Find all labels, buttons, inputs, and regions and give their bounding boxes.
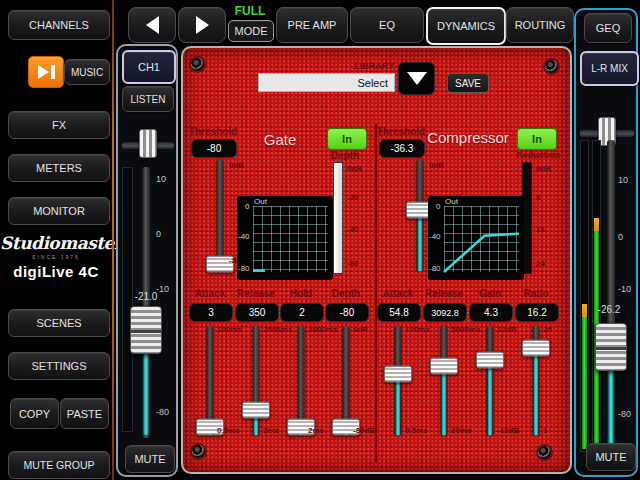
scenes-button[interactable]: SCENES — [8, 309, 110, 337]
slider-fill — [418, 210, 422, 271]
channel-select-ch1[interactable]: CH1 — [122, 50, 176, 84]
left-arrow-icon — [146, 16, 159, 34]
scale-tick: 10 — [156, 174, 178, 184]
scale-tick: 16 — [536, 225, 562, 234]
gate-threshold-label: Threshold — [188, 126, 238, 137]
fx-button[interactable]: FX — [8, 111, 110, 139]
meter-peak-segment — [582, 304, 587, 317]
left-mute-button[interactable]: MUTE — [125, 445, 175, 473]
scale-tick: 0 — [156, 229, 178, 239]
listen-button[interactable]: LISTEN — [122, 86, 174, 112]
graph-y-label: -40 — [429, 232, 441, 241]
param-slider[interactable] — [241, 326, 271, 436]
param-slider[interactable] — [195, 326, 225, 436]
slider-fill — [488, 360, 492, 435]
gate-transfer-graph: Out 0 -40 -80 — [237, 196, 333, 280]
gate-hold-control: Hold 2 2000ms 2ms — [280, 288, 322, 444]
scale-tick: -80 — [618, 409, 638, 419]
slider-thumb[interactable] — [430, 357, 458, 374]
screw-icon — [192, 445, 205, 458]
copy-button[interactable]: COPY — [10, 398, 59, 429]
mixer-dynamics-screen: CHANNELS MUSIC FX METERS MONITOR Studiom… — [0, 0, 640, 480]
compressor-title: Compressor — [408, 129, 528, 146]
comp-in-button[interactable]: In — [517, 128, 557, 150]
scale-tick: -10 — [618, 284, 638, 294]
meters-button[interactable]: METERS — [8, 154, 110, 182]
param-label: Attack — [377, 288, 419, 299]
pause-bar-icon — [51, 65, 55, 79]
play-pause-button[interactable] — [28, 56, 64, 88]
graph-out-label: Out — [445, 197, 458, 206]
settings-button[interactable]: SETTINGS — [8, 352, 110, 380]
graph-y-label: -80 — [429, 264, 441, 273]
param-slider[interactable] — [521, 326, 551, 436]
scale-tick: -10 — [156, 284, 178, 294]
geq-button[interactable]: GEQ — [584, 13, 632, 43]
gate-threshold-value: -80 — [191, 139, 237, 158]
slider-top-tick: 0dB — [229, 161, 265, 170]
gate-in-button[interactable]: In — [327, 128, 367, 150]
param-value: 3 — [189, 303, 233, 322]
param-label: Ratio — [515, 288, 557, 299]
graph-y-label: -40 — [238, 232, 250, 241]
param-value: -80 — [325, 303, 369, 322]
library-select-input[interactable]: Select — [258, 73, 395, 92]
comp-ratio-control: Ratio 16.2 20 1 — [515, 288, 557, 444]
screw-icon — [545, 60, 558, 73]
fader-scale: 10 0 -10 -80 — [618, 140, 638, 456]
mute-group-button[interactable]: MUTE GROUP — [8, 451, 110, 479]
param-value: 2 — [280, 303, 324, 322]
comp-release-control: Release 3092.8 5000ms 20ms — [423, 288, 465, 444]
graph-y-label: -80 — [238, 264, 250, 273]
channels-button[interactable]: CHANNELS — [8, 10, 110, 40]
scale-tick: 0dB — [347, 163, 373, 172]
slider-top-tick: 0dB — [429, 161, 465, 170]
monitor-button[interactable]: MONITOR — [8, 197, 110, 225]
param-slider[interactable] — [429, 326, 459, 436]
slider-fill — [442, 366, 446, 435]
param-label: Hold — [280, 288, 322, 299]
param-label: Attack — [189, 288, 231, 299]
fader-scale: 10 0 -10 -80 — [156, 167, 178, 438]
slider-thumb[interactable] — [384, 366, 412, 383]
mix-select-lr[interactable]: L-R MIX — [580, 51, 639, 86]
param-slider[interactable] — [383, 326, 413, 436]
output-meter-left — [580, 140, 589, 452]
slider-thumb[interactable] — [522, 340, 550, 357]
mode-button[interactable]: MODE — [228, 20, 274, 42]
pan-slider-knob[interactable] — [139, 129, 157, 158]
library-label: LIBRARY — [314, 61, 394, 71]
param-label: Release — [423, 288, 465, 299]
scale-tick: 8 — [536, 192, 562, 201]
param-slider[interactable] — [331, 326, 361, 436]
slider-thumb[interactable] — [242, 401, 270, 418]
gate-depth-meter-label: Depth — [321, 150, 369, 161]
library-dropdown-button[interactable] — [398, 62, 435, 95]
music-button[interactable]: MUSIC — [64, 59, 110, 85]
scale-tick: 10 — [618, 175, 638, 185]
comp-reduction-meter-label: Reduction — [510, 150, 566, 160]
scale-tick: 24 — [536, 258, 562, 267]
scale-tick: 0 — [618, 232, 638, 242]
slider-thumb[interactable] — [476, 352, 504, 369]
slider-fill — [534, 348, 538, 435]
graph-y-label: 0 — [436, 202, 440, 211]
studiomaster-tagline: SINCE 1976 — [0, 254, 112, 260]
scale-tick: 0dB — [536, 163, 562, 172]
graph-out-label: Out — [254, 197, 267, 206]
tab-routing[interactable]: ROUTING — [506, 7, 574, 43]
save-button[interactable]: SAVE — [447, 73, 489, 93]
tab-pre-amp[interactable]: PRE AMP — [276, 7, 348, 43]
tab-dynamics[interactable]: DYNAMICS — [426, 7, 506, 45]
studiomaster-logo: Studiomaster — [0, 233, 112, 253]
param-slider[interactable] — [475, 326, 505, 436]
dropdown-arrow-icon — [407, 72, 427, 85]
right-mute-button[interactable]: MUTE — [586, 443, 636, 471]
tab-eq[interactable]: EQ — [350, 7, 424, 43]
param-slider[interactable] — [286, 326, 316, 436]
paste-button[interactable]: PASTE — [60, 398, 109, 429]
graph-y-label: 0 — [245, 202, 249, 211]
scale-tick: -80 — [347, 258, 373, 267]
nav-previous-button[interactable] — [128, 7, 176, 43]
nav-next-button[interactable] — [178, 7, 226, 43]
